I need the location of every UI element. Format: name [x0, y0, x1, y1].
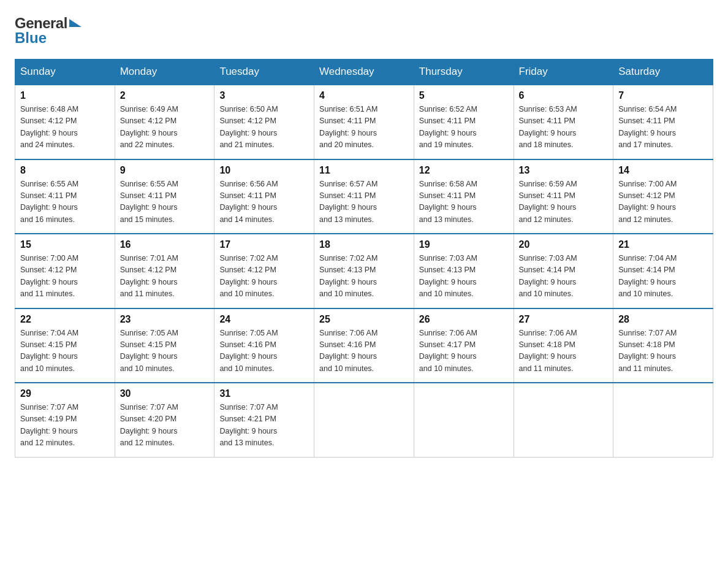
day-number: 30	[120, 388, 210, 399]
calendar-day-cell	[314, 383, 414, 457]
day-info: Sunrise: 6:59 AMSunset: 4:11 PMDaylight:…	[519, 178, 609, 226]
day-number: 20	[519, 239, 609, 250]
calendar-day-cell: 15Sunrise: 7:00 AMSunset: 4:12 PMDayligh…	[15, 234, 115, 308]
day-number: 16	[120, 239, 210, 250]
calendar-day-cell: 3Sunrise: 6:50 AMSunset: 4:12 PMDaylight…	[214, 85, 314, 159]
calendar-day-cell: 26Sunrise: 7:06 AMSunset: 4:17 PMDayligh…	[414, 308, 514, 383]
calendar-day-cell: 14Sunrise: 7:00 AMSunset: 4:12 PMDayligh…	[613, 159, 713, 234]
weekday-header-row: SundayMondayTuesdayWednesdayThursdayFrid…	[15, 59, 713, 85]
day-number: 17	[219, 239, 309, 250]
day-info: Sunrise: 6:51 AMSunset: 4:11 PMDaylight:…	[319, 104, 409, 151]
day-info: Sunrise: 6:56 AMSunset: 4:11 PMDaylight:…	[219, 178, 309, 226]
weekday-header-tuesday: Tuesday	[214, 59, 314, 85]
logo: General Blue	[15, 15, 82, 47]
day-info: Sunrise: 7:07 AMSunset: 4:20 PMDaylight:…	[120, 402, 210, 450]
calendar-week-row: 8Sunrise: 6:55 AMSunset: 4:11 PMDaylight…	[15, 159, 713, 234]
day-number: 2	[120, 90, 210, 101]
weekday-header-thursday: Thursday	[414, 59, 514, 85]
day-number: 22	[20, 314, 110, 325]
day-info: Sunrise: 7:06 AMSunset: 4:18 PMDaylight:…	[519, 327, 609, 375]
calendar-day-cell: 1Sunrise: 6:48 AMSunset: 4:12 PMDaylight…	[15, 85, 115, 159]
day-number: 18	[319, 239, 409, 250]
weekday-header-monday: Monday	[115, 59, 214, 85]
day-number: 19	[419, 239, 509, 250]
day-info: Sunrise: 6:54 AMSunset: 4:11 PMDaylight:…	[618, 104, 708, 151]
day-info: Sunrise: 6:52 AMSunset: 4:11 PMDaylight:…	[419, 104, 509, 151]
day-info: Sunrise: 6:58 AMSunset: 4:11 PMDaylight:…	[419, 178, 509, 226]
calendar-day-cell: 11Sunrise: 6:57 AMSunset: 4:11 PMDayligh…	[314, 159, 414, 234]
calendar-day-cell: 8Sunrise: 6:55 AMSunset: 4:11 PMDaylight…	[15, 159, 115, 234]
calendar-day-cell: 22Sunrise: 7:04 AMSunset: 4:15 PMDayligh…	[15, 308, 115, 383]
day-number: 21	[618, 239, 708, 250]
calendar-week-row: 22Sunrise: 7:04 AMSunset: 4:15 PMDayligh…	[15, 308, 713, 383]
day-info: Sunrise: 7:03 AMSunset: 4:14 PMDaylight:…	[519, 253, 609, 301]
day-number: 11	[319, 165, 409, 176]
calendar-day-cell: 12Sunrise: 6:58 AMSunset: 4:11 PMDayligh…	[414, 159, 514, 234]
day-info: Sunrise: 6:57 AMSunset: 4:11 PMDaylight:…	[319, 178, 409, 226]
calendar-day-cell: 23Sunrise: 7:05 AMSunset: 4:15 PMDayligh…	[115, 308, 214, 383]
calendar-day-cell: 7Sunrise: 6:54 AMSunset: 4:11 PMDaylight…	[613, 85, 713, 159]
day-number: 10	[219, 165, 309, 176]
page-header: General Blue	[15, 15, 713, 47]
day-info: Sunrise: 7:01 AMSunset: 4:12 PMDaylight:…	[120, 253, 210, 301]
day-number: 28	[618, 314, 708, 325]
day-info: Sunrise: 6:49 AMSunset: 4:12 PMDaylight:…	[120, 104, 210, 151]
day-number: 23	[120, 314, 210, 325]
calendar-day-cell: 4Sunrise: 6:51 AMSunset: 4:11 PMDaylight…	[314, 85, 414, 159]
day-number: 24	[219, 314, 309, 325]
day-number: 26	[419, 314, 509, 325]
weekday-header-friday: Friday	[514, 59, 613, 85]
calendar-day-cell: 25Sunrise: 7:06 AMSunset: 4:16 PMDayligh…	[314, 308, 414, 383]
calendar-week-row: 29Sunrise: 7:07 AMSunset: 4:19 PMDayligh…	[15, 383, 713, 457]
calendar-day-cell: 18Sunrise: 7:02 AMSunset: 4:13 PMDayligh…	[314, 234, 414, 308]
calendar-day-cell: 30Sunrise: 7:07 AMSunset: 4:20 PMDayligh…	[115, 383, 214, 457]
calendar-day-cell: 24Sunrise: 7:05 AMSunset: 4:16 PMDayligh…	[214, 308, 314, 383]
calendar-day-cell: 2Sunrise: 6:49 AMSunset: 4:12 PMDaylight…	[115, 85, 214, 159]
day-number: 25	[319, 314, 409, 325]
day-info: Sunrise: 7:05 AMSunset: 4:16 PMDaylight:…	[219, 327, 309, 375]
day-info: Sunrise: 7:06 AMSunset: 4:17 PMDaylight:…	[419, 327, 509, 375]
day-info: Sunrise: 7:04 AMSunset: 4:14 PMDaylight:…	[618, 253, 708, 301]
weekday-header-wednesday: Wednesday	[314, 59, 414, 85]
day-info: Sunrise: 7:00 AMSunset: 4:12 PMDaylight:…	[618, 178, 708, 226]
day-info: Sunrise: 7:07 AMSunset: 4:21 PMDaylight:…	[219, 402, 309, 450]
calendar-day-cell: 16Sunrise: 7:01 AMSunset: 4:12 PMDayligh…	[115, 234, 214, 308]
calendar-day-cell: 19Sunrise: 7:03 AMSunset: 4:13 PMDayligh…	[414, 234, 514, 308]
day-info: Sunrise: 7:06 AMSunset: 4:16 PMDaylight:…	[319, 327, 409, 375]
day-number: 1	[20, 90, 110, 101]
calendar-day-cell	[414, 383, 514, 457]
day-info: Sunrise: 7:00 AMSunset: 4:12 PMDaylight:…	[20, 253, 110, 301]
day-number: 4	[319, 90, 409, 101]
day-number: 27	[519, 314, 609, 325]
calendar-day-cell: 29Sunrise: 7:07 AMSunset: 4:19 PMDayligh…	[15, 383, 115, 457]
day-number: 12	[419, 165, 509, 176]
calendar-day-cell: 21Sunrise: 7:04 AMSunset: 4:14 PMDayligh…	[613, 234, 713, 308]
calendar-day-cell: 10Sunrise: 6:56 AMSunset: 4:11 PMDayligh…	[214, 159, 314, 234]
weekday-header-sunday: Sunday	[15, 59, 115, 85]
calendar-day-cell: 31Sunrise: 7:07 AMSunset: 4:21 PMDayligh…	[214, 383, 314, 457]
calendar-week-row: 15Sunrise: 7:00 AMSunset: 4:12 PMDayligh…	[15, 234, 713, 308]
day-info: Sunrise: 7:07 AMSunset: 4:19 PMDaylight:…	[20, 402, 110, 450]
logo-triangle-icon	[69, 19, 82, 27]
logo-blue-text: Blue	[15, 29, 47, 47]
day-info: Sunrise: 6:53 AMSunset: 4:11 PMDaylight:…	[519, 104, 609, 151]
day-number: 8	[20, 165, 110, 176]
day-info: Sunrise: 6:48 AMSunset: 4:12 PMDaylight:…	[20, 104, 110, 151]
day-info: Sunrise: 7:02 AMSunset: 4:13 PMDaylight:…	[319, 253, 409, 301]
day-info: Sunrise: 7:02 AMSunset: 4:12 PMDaylight:…	[219, 253, 309, 301]
day-number: 6	[519, 90, 609, 101]
day-number: 7	[618, 90, 708, 101]
day-number: 9	[120, 165, 210, 176]
day-info: Sunrise: 7:04 AMSunset: 4:15 PMDaylight:…	[20, 327, 110, 375]
calendar-day-cell: 28Sunrise: 7:07 AMSunset: 4:18 PMDayligh…	[613, 308, 713, 383]
day-number: 13	[519, 165, 609, 176]
day-number: 3	[219, 90, 309, 101]
day-info: Sunrise: 7:07 AMSunset: 4:18 PMDaylight:…	[618, 327, 708, 375]
calendar-week-row: 1Sunrise: 6:48 AMSunset: 4:12 PMDaylight…	[15, 85, 713, 159]
day-number: 31	[219, 388, 309, 399]
calendar-day-cell: 9Sunrise: 6:55 AMSunset: 4:11 PMDaylight…	[115, 159, 214, 234]
calendar-day-cell: 20Sunrise: 7:03 AMSunset: 4:14 PMDayligh…	[514, 234, 613, 308]
day-info: Sunrise: 6:55 AMSunset: 4:11 PMDaylight:…	[120, 178, 210, 226]
day-info: Sunrise: 6:50 AMSunset: 4:12 PMDaylight:…	[219, 104, 309, 151]
calendar-day-cell: 6Sunrise: 6:53 AMSunset: 4:11 PMDaylight…	[514, 85, 613, 159]
